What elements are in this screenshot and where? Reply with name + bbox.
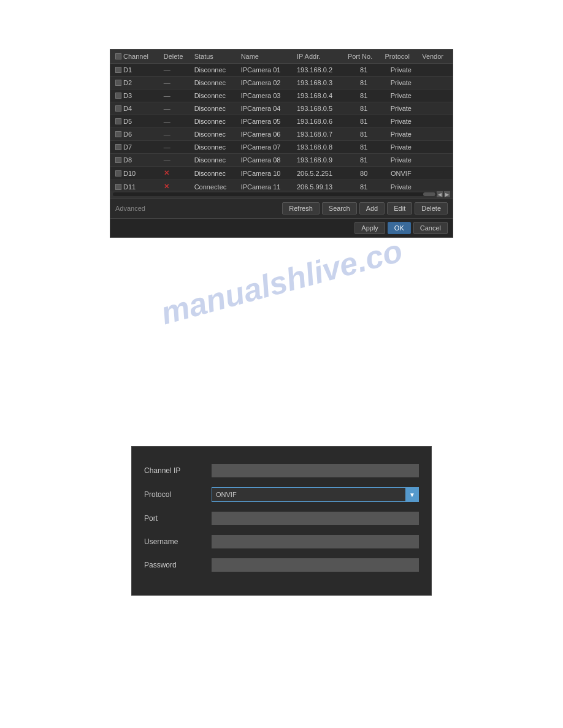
cell-name: IPCamera 05 <box>239 115 294 128</box>
add-button[interactable]: Add <box>359 202 385 214</box>
channel-edit-form: Channel IP Protocol ONVIF Private RTSP ▼… <box>131 446 432 596</box>
channel-ip-label: Channel IP <box>144 466 205 475</box>
protocol-row: Protocol ONVIF Private RTSP ▼ <box>132 482 431 507</box>
protocol-select[interactable]: ONVIF Private RTSP <box>212 487 419 502</box>
cell-delete: — <box>161 154 192 167</box>
cell-port: 81 <box>345 64 383 77</box>
col-header-delete: Delete <box>161 50 192 64</box>
cell-delete: — <box>161 102 192 115</box>
cell-channel: D3 <box>110 89 161 102</box>
cell-vendor <box>419 102 453 115</box>
row-checkbox[interactable] <box>115 80 121 86</box>
cell-name: IPCamera 01 <box>239 64 294 77</box>
row-checkbox[interactable] <box>115 67 121 73</box>
cell-protocol: Private <box>383 154 420 167</box>
col-header-status: Status <box>192 50 239 64</box>
cell-vendor <box>419 89 453 102</box>
cell-name: IPCamera 10 <box>239 167 294 180</box>
cell-delete: — <box>161 115 192 128</box>
ok-button[interactable]: OK <box>388 222 411 234</box>
cell-protocol: Private <box>383 115 420 128</box>
cell-vendor <box>419 64 453 77</box>
cell-channel: D11 <box>110 180 161 191</box>
scroll-left-arrow[interactable]: ◀ <box>437 191 443 197</box>
cell-status: Disconnec <box>192 89 239 102</box>
cell-port: 81 <box>345 102 383 115</box>
table-row: D6—DisconnecIPCamera 06193.168.0.781Priv… <box>110 128 453 141</box>
horizontal-scrollbar[interactable]: ◀ ▶ <box>110 191 453 198</box>
search-button[interactable]: Search <box>322 202 357 214</box>
cell-port: 81 <box>345 128 383 141</box>
cell-ip: 193.168.0.7 <box>294 128 345 141</box>
cell-status: Connectec <box>192 180 239 191</box>
table-row: D1—DisconnecIPCamera 01193.168.0.281Priv… <box>110 64 453 77</box>
cell-status: Disconnec <box>192 141 239 154</box>
channel-ip-input[interactable] <box>212 464 419 477</box>
cell-ip: 206.5.99.13 <box>294 180 345 191</box>
cell-ip: 193.168.0.2 <box>294 64 345 77</box>
cell-delete: ✕ <box>161 167 192 180</box>
camera-toolbar: Advanced Refresh Search Add Edit Delete <box>110 198 453 218</box>
cell-channel: D4 <box>110 102 161 115</box>
cell-delete: ✕ <box>161 180 192 191</box>
cell-name: IPCamera 11 <box>239 180 294 191</box>
cell-ip: 193.168.0.6 <box>294 115 345 128</box>
cell-channel: D5 <box>110 115 161 128</box>
camera-table: Channel Delete Status Name IP Addr. Port… <box>110 50 453 191</box>
camera-table-container: Channel Delete Status Name IP Addr. Port… <box>110 50 453 198</box>
table-row: D10✕DisconnecIPCamera 10206.5.2.25180ONV… <box>110 167 453 180</box>
cell-name: IPCamera 03 <box>239 89 294 102</box>
cell-vendor <box>419 77 453 89</box>
cancel-button[interactable]: Cancel <box>413 222 448 234</box>
cell-port: 80 <box>345 167 383 180</box>
apply-button[interactable]: Apply <box>354 222 385 234</box>
row-checkbox[interactable] <box>115 144 121 150</box>
cell-ip: 193.168.0.3 <box>294 77 345 89</box>
cell-name: IPCamera 07 <box>239 141 294 154</box>
cell-port: 81 <box>345 77 383 89</box>
row-checkbox[interactable] <box>115 118 121 124</box>
table-row: D5—DisconnecIPCamera 05193.168.0.681Priv… <box>110 115 453 128</box>
cell-channel: D10 <box>110 167 161 180</box>
row-checkbox[interactable] <box>115 93 121 99</box>
row-checkbox[interactable] <box>115 105 121 112</box>
col-header-protocol: Protocol <box>383 50 420 64</box>
cell-protocol: ONVIF <box>383 167 420 180</box>
port-input[interactable] <box>212 512 419 525</box>
cell-protocol: Private <box>383 141 420 154</box>
cell-ip: 193.168.0.5 <box>294 102 345 115</box>
cell-protocol: Private <box>383 64 420 77</box>
cell-channel: D8 <box>110 154 161 167</box>
scroll-right-arrow[interactable]: ▶ <box>444 191 450 197</box>
cell-status: Disconnec <box>192 154 239 167</box>
cell-delete: — <box>161 128 192 141</box>
cell-protocol: Private <box>383 89 420 102</box>
delete-button[interactable]: Delete <box>415 202 448 214</box>
cell-port: 81 <box>345 89 383 102</box>
cell-vendor <box>419 115 453 128</box>
table-row: D2—DisconnecIPCamera 02193.168.0.381Priv… <box>110 77 453 89</box>
cell-protocol: Private <box>383 102 420 115</box>
col-header-vendor: Vendor <box>419 50 453 64</box>
cell-vendor <box>419 154 453 167</box>
edit-button[interactable]: Edit <box>387 202 412 214</box>
cell-vendor <box>419 128 453 141</box>
cell-protocol: Private <box>383 180 420 191</box>
cell-ip: 193.168.0.4 <box>294 89 345 102</box>
row-checkbox[interactable] <box>115 184 121 190</box>
refresh-button[interactable]: Refresh <box>282 202 320 214</box>
select-all-checkbox[interactable] <box>115 53 121 59</box>
cell-protocol: Private <box>383 128 420 141</box>
row-checkbox[interactable] <box>115 170 121 176</box>
username-input[interactable] <box>212 535 419 548</box>
cell-vendor <box>419 180 453 191</box>
password-input[interactable] <box>212 558 419 572</box>
table-row: D8—DisconnecIPCamera 08193.168.0.981Priv… <box>110 154 453 167</box>
cell-ip: 206.5.2.251 <box>294 167 345 180</box>
row-checkbox[interactable] <box>115 131 121 137</box>
cell-name: IPCamera 08 <box>239 154 294 167</box>
row-checkbox[interactable] <box>115 157 121 163</box>
protocol-select-wrapper: ONVIF Private RTSP ▼ <box>212 487 419 502</box>
cell-ip: 193.168.0.9 <box>294 154 345 167</box>
username-row: Username <box>132 530 431 553</box>
